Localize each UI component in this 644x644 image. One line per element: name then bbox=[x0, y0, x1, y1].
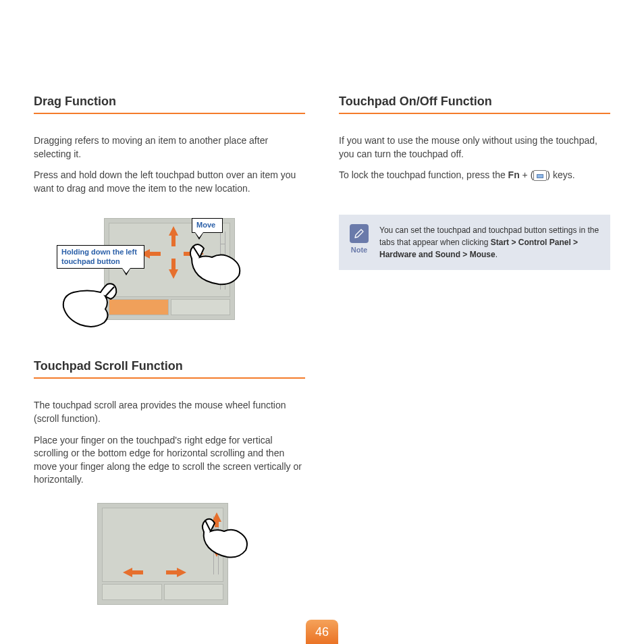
scroll-illustration bbox=[34, 496, 305, 612]
drag-function-heading: Drag Function bbox=[34, 95, 305, 114]
right-touchpad-button bbox=[171, 299, 231, 315]
onoff-function-heading: Touchpad On/Off Function bbox=[339, 95, 610, 114]
left-hand-icon bbox=[57, 279, 124, 333]
hold-callout: Holding down the left touchpad button bbox=[57, 245, 144, 268]
move-callout: Move bbox=[192, 218, 223, 232]
drag-description-1: Dragging refers to moving an item to ano… bbox=[34, 134, 305, 161]
note-label: Note bbox=[350, 246, 369, 254]
note-text: You can set the touchpad and touchpad bu… bbox=[379, 224, 599, 261]
scroll-function-heading: Touchpad Scroll Function bbox=[34, 359, 305, 379]
right-touchpad-button bbox=[164, 584, 224, 600]
fn-key-icon bbox=[533, 170, 547, 181]
drag-description-2: Press and hold down the left touchpad bu… bbox=[34, 169, 305, 195]
note-box: Note You can set the touchpad and touchp… bbox=[339, 215, 610, 270]
onoff-description-2: To lock the touchpad function, press the… bbox=[339, 169, 610, 182]
drag-illustration: Move Holding down the left touchpad butt… bbox=[34, 205, 305, 340]
scroll-description-2: Place your finger on the touchpad's righ… bbox=[34, 434, 305, 487]
scroll-hand-icon bbox=[198, 515, 252, 562]
scroll-description-1: The touchpad scroll area provides the mo… bbox=[34, 399, 305, 425]
right-hand-icon bbox=[185, 238, 246, 292]
onoff-description-1: If you want to use the mouse only withou… bbox=[339, 134, 610, 161]
page-number: 46 bbox=[306, 620, 338, 644]
left-touchpad-button bbox=[102, 584, 162, 600]
pencil-icon bbox=[350, 224, 369, 243]
